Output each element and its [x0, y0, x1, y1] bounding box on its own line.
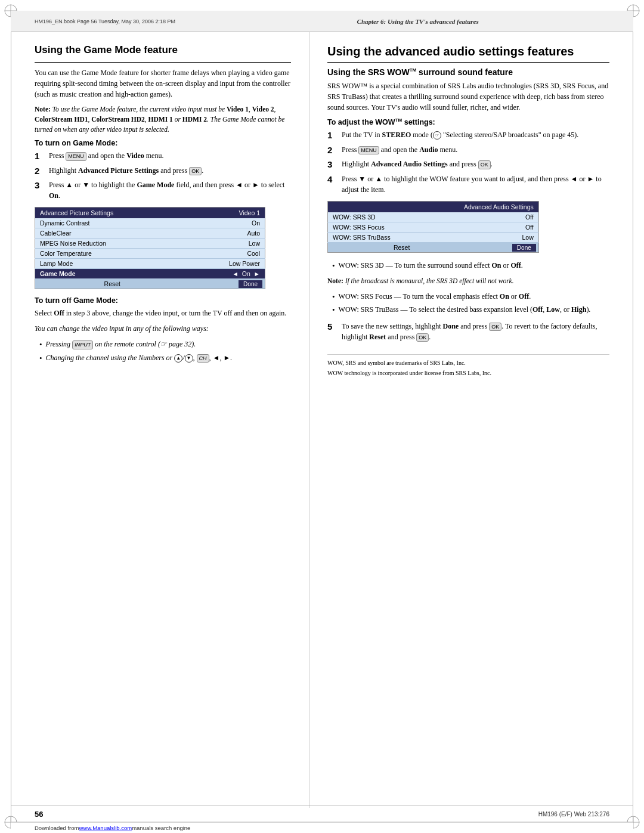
turn-on-steps: 1 Press MENU and open the Video menu. 2 …: [35, 150, 291, 201]
top-header: HM196_EN.book Page 56 Tuesday, May 30, 2…: [11, 11, 633, 32]
step-5: 5 To save the new settings, highlight Do…: [327, 321, 609, 342]
turn-off-title: To turn off Game Mode:: [35, 296, 291, 305]
game-mode-intro: You can use the Game Mode feature for sh…: [35, 67, 291, 100]
ok-key-3: OK: [478, 160, 491, 169]
page-number: 56: [35, 810, 43, 819]
section-divider-left: [35, 62, 291, 63]
change-video-bullets: Pressing INPUT on the remote control (☞ …: [39, 339, 291, 364]
page-footer: 56 HM196 (E/F) Web 213:276: [11, 806, 633, 822]
game-mode-note: Note: To use the Game Mode feature, the …: [35, 104, 291, 134]
file-info: HM196_EN.book Page 56 Tuesday, May 30, 2…: [35, 18, 226, 24]
wow-bullet-trubass: WOW: SRS TruBass — To select the desired…: [332, 304, 609, 316]
ok-key-2: OK: [189, 167, 202, 176]
audio-table-header: Advanced Audio Settings: [328, 201, 539, 212]
footer-right-text: HM196 (E/F) Web 213:276: [538, 811, 609, 817]
table-header-name: Advanced Picture Settings: [35, 208, 190, 219]
table-footer-row: Reset Done: [35, 279, 265, 289]
table-row: Color Temperature Cool: [35, 249, 265, 259]
ch-dn-icon: ▼: [185, 354, 193, 363]
turn-on-title: To turn on Game Mode:: [35, 139, 291, 147]
manualslib-link[interactable]: www.Manualslib.com: [79, 825, 132, 831]
footnote-2: WOW technology is incorporated under lic…: [327, 368, 609, 377]
footnotes: WOW, SRS and symbol are trademarks of SR…: [327, 354, 609, 377]
wow-step-3: 3 Highlight Advanced Audio Settings and …: [327, 159, 609, 171]
downloaded-text: Downloaded from: [35, 825, 79, 831]
table-row-highlighted: Game Mode ◄ On ►: [35, 269, 265, 279]
wow-bullets: WOW: SRS 3D — To turn the surround sound…: [332, 260, 609, 272]
menu-key-2: MENU: [358, 146, 379, 155]
ok-key-5b: OK: [416, 333, 429, 342]
footnote-1: WOW, SRS and symbol are trademarks of SR…: [327, 358, 609, 367]
table-row: CableClear Auto: [35, 228, 265, 239]
wow-steps: 1 Put the TV in STEREO mode (☞ "Selectin…: [327, 129, 609, 195]
step-3: 3 Press ▲ or ▼ to highlight the Game Mod…: [35, 179, 291, 201]
wow-bullet-srsfocus: WOW: SRS Focus — To turn the vocal empha…: [332, 291, 609, 303]
chapter-title: Chapter 6: Using the TV's advanced featu…: [226, 18, 609, 25]
wow-step-1: 1 Put the TV in STEREO mode (☞ "Selectin…: [327, 129, 609, 141]
main-content: Using the Game Mode feature You can use …: [11, 32, 633, 808]
step-2: 2 Highlight Advanced Picture Settings an…: [35, 165, 291, 177]
change-video-text: You can change the video input in any of…: [35, 323, 291, 334]
left-column: Using the Game Mode feature You can use …: [11, 32, 309, 808]
wow-step-4: 4 Press ▼ or ▲ to highlight the WOW feat…: [327, 174, 609, 195]
advanced-audio-title: Using the advanced audio settings featur…: [327, 44, 609, 63]
bullet-item-2: Changing the channel using the Numbers o…: [39, 352, 291, 364]
adjust-wow-title: To adjust the WOWTM settings:: [327, 117, 609, 126]
wow-bullet-srs3d: WOW: SRS 3D — To turn the surround sound…: [332, 260, 609, 272]
audio-row-srstrubass: WOW: SRS TruBass Low: [328, 232, 539, 242]
ref-icon: ☞: [433, 131, 441, 140]
table-row: Dynamic Contrast On: [35, 218, 265, 228]
ch-key: CH: [197, 354, 209, 363]
wow-step5: 5 To save the new settings, highlight Do…: [327, 321, 609, 342]
table-header-value: Video 1: [190, 208, 265, 219]
right-column: Using the advanced audio settings featur…: [309, 32, 633, 808]
wow-bullets-2: WOW: SRS Focus — To turn the vocal empha…: [332, 291, 609, 316]
menu-key: MENU: [66, 152, 86, 161]
audio-settings-table: Advanced Audio Settings WOW: SRS 3D Off …: [327, 201, 539, 253]
ch-up-icon: ▲: [174, 354, 182, 363]
audio-row-srsfocus: WOW: SRS Focus Off: [328, 222, 539, 232]
ok-key-5: OK: [489, 323, 501, 332]
downloaded-suffix: manuals search engine: [132, 825, 190, 831]
input-key: INPUT: [72, 340, 93, 349]
bullet-item-1: Pressing INPUT on the remote control (☞ …: [39, 339, 291, 351]
game-mode-title: Using the Game Mode feature: [35, 44, 291, 56]
table-row: MPEG Noise Reduction Low: [35, 239, 265, 249]
audio-footer-row: Reset Done: [328, 242, 539, 252]
wow-step-2: 2 Press MENU and open the Audio menu.: [327, 144, 609, 156]
picture-settings-table: Advanced Picture Settings Video 1 Dynami…: [35, 207, 265, 289]
downloaded-bar: Downloaded from www.Manualslib.com manua…: [11, 822, 633, 833]
table-row: Lamp Mode Low Power: [35, 259, 265, 269]
srs-wow-intro: SRS WOW™ is a special combination of SRS…: [327, 80, 609, 113]
step-1: 1 Press MENU and open the Video menu.: [35, 150, 291, 162]
turn-off-text: Select Off in step 3 above, change the v…: [35, 308, 291, 318]
audio-row-srs3d: WOW: SRS 3D Off: [328, 212, 539, 222]
srs-wow-title: Using the SRS WOWTM surround sound featu…: [327, 67, 609, 77]
note-3d: Note: If the broadcast is monaural, the …: [327, 276, 609, 286]
